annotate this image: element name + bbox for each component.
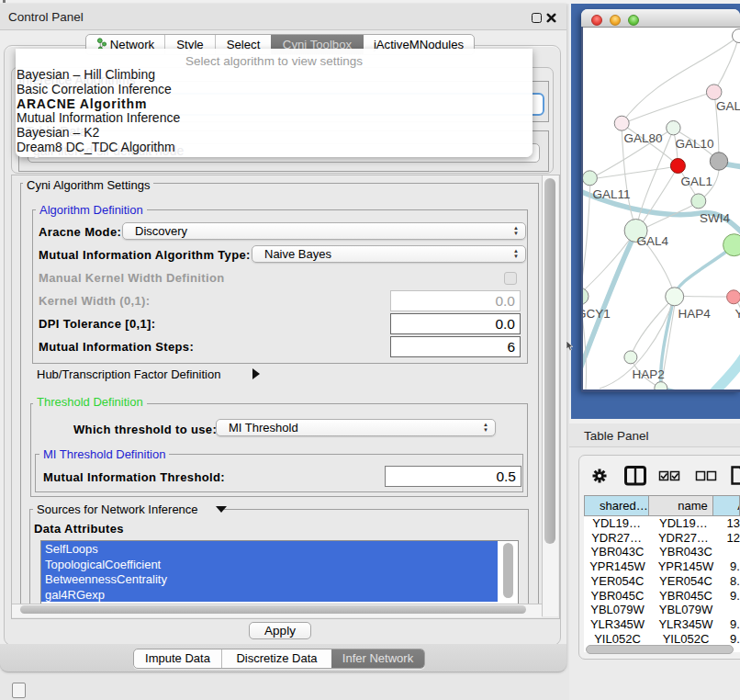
- svg-text:GAL10: GAL10: [676, 137, 714, 151]
- svg-text:HAP2: HAP2: [633, 367, 665, 381]
- svg-text:SWI4: SWI4: [700, 211, 730, 225]
- svg-text:GAL2: GAL2: [716, 99, 740, 113]
- svg-text:GAL4: GAL4: [637, 234, 669, 248]
- svg-text:GAL11: GAL11: [593, 187, 631, 201]
- svg-text:GAL80: GAL80: [624, 131, 663, 145]
- svg-text:GAL1: GAL1: [681, 175, 713, 188]
- svg-text:HAP4: HAP4: [678, 307, 712, 321]
- svg-text:YEL: YEL: [735, 307, 740, 321]
- svg-text:GCY1: GCY1: [583, 307, 611, 321]
